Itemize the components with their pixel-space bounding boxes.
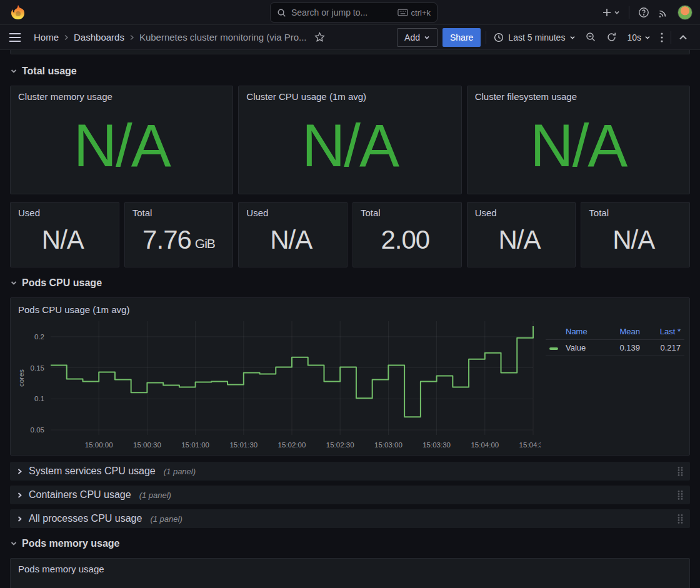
toolbar-divider	[486, 31, 486, 44]
chevron-up-icon	[679, 34, 688, 41]
stat-unit: GiB	[195, 236, 215, 251]
share-button[interactable]: Share	[442, 28, 481, 47]
legend-series-name[interactable]: Value	[562, 340, 604, 356]
pods-cpu-panel: Pods CPU usage (1m avg) 0.050.10.150.215…	[10, 297, 690, 456]
svg-text:15:01:00: 15:01:00	[181, 441, 209, 449]
zoom-out-button[interactable]	[583, 28, 599, 47]
kebab-icon	[661, 32, 663, 42]
chevron-right-icon	[64, 34, 69, 41]
stat-value: N/A	[246, 102, 453, 189]
plus-icon	[602, 7, 612, 17]
used-total-row: Used N/A Total 7.76GiB Used N/A Total 2.…	[10, 202, 690, 267]
panel-title: Pods memory usage	[18, 564, 682, 574]
refresh-icon	[606, 32, 617, 42]
chevron-down-icon	[10, 540, 18, 547]
section-title: Pods memory usage	[22, 538, 120, 549]
refresh-interval-picker[interactable]: 10s	[624, 28, 653, 47]
new-button[interactable]	[602, 7, 620, 17]
nav-divider	[629, 6, 629, 19]
dashboard-toolbar: Home Dashboards Kubernetes cluster monit…	[0, 25, 700, 50]
search-icon	[277, 8, 286, 17]
zoom-out-icon	[586, 32, 596, 42]
grafana-logo[interactable]	[10, 4, 26, 21]
panel-title: Total	[361, 207, 454, 218]
row-header-total-usage[interactable]: Total usage	[10, 64, 690, 78]
row-panel-count: (1 panel)	[139, 491, 171, 500]
svg-text:0.05: 0.05	[31, 426, 44, 434]
time-range-picker[interactable]: Last 5 minutes	[491, 28, 578, 47]
collapsed-row-containers[interactable]: Containers CPU usage (1 panel)	[10, 486, 690, 504]
toolbar-divider	[671, 31, 671, 44]
svg-text:15:00:30: 15:00:30	[133, 441, 161, 449]
search-placeholder: Search or jump to...	[291, 7, 392, 17]
svg-text:15:04:00: 15:04:00	[471, 441, 499, 449]
svg-text:15:02:00: 15:02:00	[278, 441, 306, 449]
mini-stat-cpu-used[interactable]: Used N/A	[238, 202, 348, 267]
mini-stat-memory-used[interactable]: Used N/A	[10, 202, 119, 267]
breadcrumb-home[interactable]: Home	[34, 32, 59, 42]
chevron-down-icon	[614, 9, 620, 16]
chevron-right-icon	[16, 516, 23, 522]
news-button[interactable]	[658, 7, 669, 18]
chevron-right-icon	[16, 468, 23, 475]
legend-sort-mean[interactable]: Mean	[604, 325, 644, 340]
pods-cpu-chart[interactable]: 0.050.10.150.215:00:0015:00:3015:01:0015…	[16, 317, 541, 450]
favorite-star-button[interactable]	[314, 32, 325, 42]
collapsed-row-system-services[interactable]: System services CPU usage (1 panel)	[10, 462, 690, 481]
svg-text:15:03:00: 15:03:00	[374, 441, 402, 449]
search-input[interactable]: Search or jump to... ctrl+k	[270, 2, 438, 22]
stat-value: N/A	[18, 102, 225, 189]
stat-value: 7.76	[142, 225, 191, 255]
legend-sort-name[interactable]: Name	[562, 325, 604, 340]
panel-title: Used	[475, 207, 568, 218]
mega-menu-button[interactable]	[9, 32, 21, 42]
stat-panel-cluster-filesystem[interactable]: Cluster filesystem usage N/A	[467, 86, 690, 194]
collapse-toolbar-button[interactable]	[676, 28, 690, 47]
drag-handle-icon[interactable]	[677, 490, 684, 501]
collapsed-row-all-processes[interactable]: All processes CPU usage (1 panel)	[10, 509, 690, 528]
mini-stat-filesystem-total[interactable]: Total N/A	[581, 202, 690, 267]
rss-icon	[658, 7, 669, 18]
row-header-pods-cpu[interactable]: Pods CPU usage	[10, 276, 690, 290]
chevron-right-icon	[16, 492, 23, 499]
user-avatar[interactable]	[678, 5, 692, 20]
legend-sort-last[interactable]: Last *	[644, 325, 684, 340]
stat-value: N/A	[612, 225, 654, 255]
mini-stat-cpu-total[interactable]: Total 2.00	[352, 202, 462, 267]
row-header-pods-memory[interactable]: Pods memory usage	[10, 537, 690, 551]
dashboard-menu-button[interactable]	[658, 28, 666, 47]
svg-text:15:02:30: 15:02:30	[326, 441, 354, 449]
svg-text:15:00:00: 15:00:00	[85, 441, 113, 449]
add-button[interactable]: Add	[397, 28, 438, 47]
chart-legend: Name Mean Last * Value 0.139 0.217	[546, 325, 684, 455]
legend-last-value: 0.217	[644, 340, 684, 356]
breadcrumb-dashboards[interactable]: Dashboards	[74, 32, 124, 42]
row-panel-count: (1 panel)	[164, 467, 196, 476]
svg-text:15:04:30: 15:04:30	[519, 441, 541, 449]
stat-value: N/A	[498, 225, 540, 255]
star-icon	[314, 32, 325, 42]
mini-stat-memory-total[interactable]: Total 7.76GiB	[124, 202, 234, 267]
svg-text:cores: cores	[18, 369, 25, 387]
panel-title: Cluster CPU usage (1m avg)	[246, 91, 453, 102]
breadcrumb: Home Dashboards Kubernetes cluster monit…	[34, 32, 307, 42]
chevron-right-icon	[129, 34, 134, 41]
panel-title: Total	[132, 207, 226, 218]
refresh-button[interactable]	[604, 28, 619, 47]
stat-panel-cluster-cpu[interactable]: Cluster CPU usage (1m avg) N/A	[238, 86, 461, 194]
drag-handle-icon[interactable]	[677, 514, 684, 524]
section-title: Pods CPU usage	[22, 277, 102, 289]
stat-value: N/A	[42, 225, 84, 255]
panel-title: Used	[18, 207, 111, 218]
svg-text:0.15: 0.15	[31, 364, 44, 372]
panel-title: Used	[246, 207, 339, 218]
mini-stat-filesystem-used[interactable]: Used N/A	[467, 202, 576, 267]
legend-row[interactable]: Value 0.139 0.217	[546, 340, 684, 356]
clock-icon	[494, 32, 504, 42]
drag-handle-icon[interactable]	[677, 466, 684, 477]
chevron-down-icon	[10, 279, 18, 287]
pods-memory-panel[interactable]: Pods memory usage	[10, 558, 690, 588]
row-title: All processes CPU usage	[29, 513, 142, 524]
help-button[interactable]	[638, 7, 649, 18]
stat-panel-cluster-memory[interactable]: Cluster memory usage N/A	[10, 86, 233, 194]
